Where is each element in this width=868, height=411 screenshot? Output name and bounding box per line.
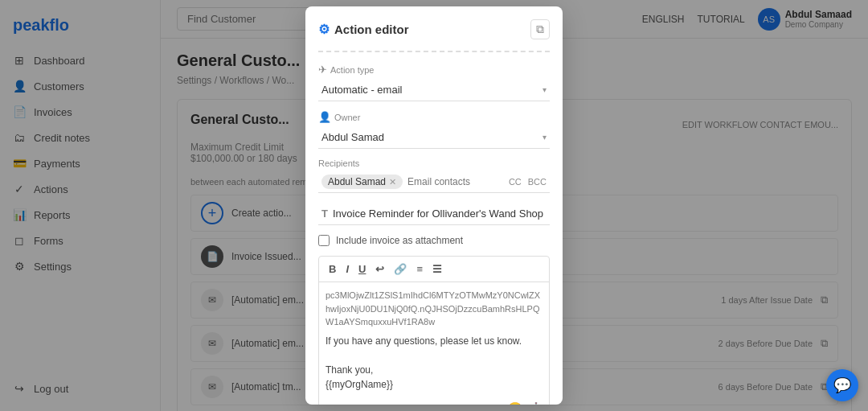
attachment-checkbox-row: Include invoice as attachment xyxy=(318,235,550,246)
recipient-tag: Abdul Samad ✕ xyxy=(321,175,403,189)
action-editor-icon: ⚙ xyxy=(318,22,330,37)
emoji-button[interactable]: 😀 xyxy=(507,401,523,405)
modal-title: ⚙ Action editor xyxy=(318,22,409,37)
action-type-label-text: Action type xyxy=(330,65,374,75)
editor-toolbar: B I U ↩ 🔗 ≡ ☰ xyxy=(319,257,549,282)
subject-row: T xyxy=(318,203,550,225)
editor-footer: 😀 🤖 xyxy=(319,398,549,405)
recipients-group: Recipients Abdul Samad ✕ CC BCC xyxy=(318,158,550,193)
editor-line2: Thank you, xyxy=(326,363,542,377)
chevron-down-icon: ▾ xyxy=(542,133,547,142)
owner-select[interactable]: Abdul Samad ▾ xyxy=(318,126,550,149)
encoded-text: pc3MlOjwZlt1ZSlS1mIhdCl6MTYzOTMwMzY0NCwl… xyxy=(326,289,542,329)
modal-divider xyxy=(318,51,550,52)
recipients-row: Abdul Samad ✕ CC BCC xyxy=(318,171,550,193)
user-icon: 👤 xyxy=(318,111,331,123)
recipients-label-text: Recipients xyxy=(318,158,359,168)
attachment-label: Include invoice as attachment xyxy=(336,235,463,246)
subject-group: T xyxy=(318,203,550,225)
bcc-button[interactable]: BCC xyxy=(528,177,547,187)
underline-button[interactable]: U xyxy=(355,261,369,277)
modal-overlay: ⚙ Action editor ⧉ ✈ Action type Automati… xyxy=(0,0,868,411)
unordered-list-button[interactable]: ≡ xyxy=(413,261,426,277)
email-editor: B I U ↩ 🔗 ≡ ☰ pc3MlOjwZlt1ZSlS1mIhdCl6MT… xyxy=(318,256,550,405)
subject-t-icon: T xyxy=(321,208,328,220)
owner-group: 👤 Owner Abdul Samad ▾ xyxy=(318,111,550,149)
chat-button[interactable]: 💬 xyxy=(826,369,858,401)
owner-label: 👤 Owner xyxy=(318,111,550,123)
recipients-input[interactable] xyxy=(407,176,504,187)
remove-recipient-btn[interactable]: ✕ xyxy=(389,177,396,187)
editor-line3: {{myOrgName}} xyxy=(326,377,542,392)
undo-button[interactable]: ↩ xyxy=(372,261,387,277)
attachment-checkbox[interactable] xyxy=(318,235,330,246)
recipient-tag-label: Abdul Samad xyxy=(328,176,386,187)
cc-bcc-area: CC BCC xyxy=(509,177,547,187)
chevron-down-icon: ▾ xyxy=(542,85,547,94)
action-editor-modal: ⚙ Action editor ⧉ ✈ Action type Automati… xyxy=(305,6,563,405)
italic-button[interactable]: I xyxy=(342,261,352,277)
ordered-list-button[interactable]: ☰ xyxy=(429,261,445,277)
link-button[interactable]: 🔗 xyxy=(391,261,410,277)
modal-header: ⚙ Action editor ⧉ xyxy=(318,19,550,39)
modal-title-text: Action editor xyxy=(334,23,409,36)
action-type-group: ✈ Action type Automatic - email ▾ xyxy=(318,64,550,101)
action-type-select[interactable]: Automatic - email ▾ xyxy=(318,79,550,101)
owner-label-text: Owner xyxy=(334,113,360,122)
owner-value: Abdul Samad xyxy=(321,131,384,143)
modal-copy-button[interactable]: ⧉ xyxy=(530,19,550,39)
send-icon: ✈ xyxy=(318,64,327,76)
cc-button[interactable]: CC xyxy=(509,177,522,187)
editor-line1: If you have any questions, please let us… xyxy=(326,334,542,348)
action-type-value: Automatic - email xyxy=(321,84,402,96)
action-type-label: ✈ Action type xyxy=(318,64,550,76)
bold-button[interactable]: B xyxy=(326,261,339,277)
subject-input[interactable] xyxy=(333,208,547,220)
editor-body[interactable]: pc3MlOjwZlt1ZSlS1mIhdCl6MTYzOTMwMzY0NCwl… xyxy=(319,282,549,398)
gif-button[interactable]: 🤖 xyxy=(528,401,544,405)
recipients-label: Recipients xyxy=(318,158,550,168)
